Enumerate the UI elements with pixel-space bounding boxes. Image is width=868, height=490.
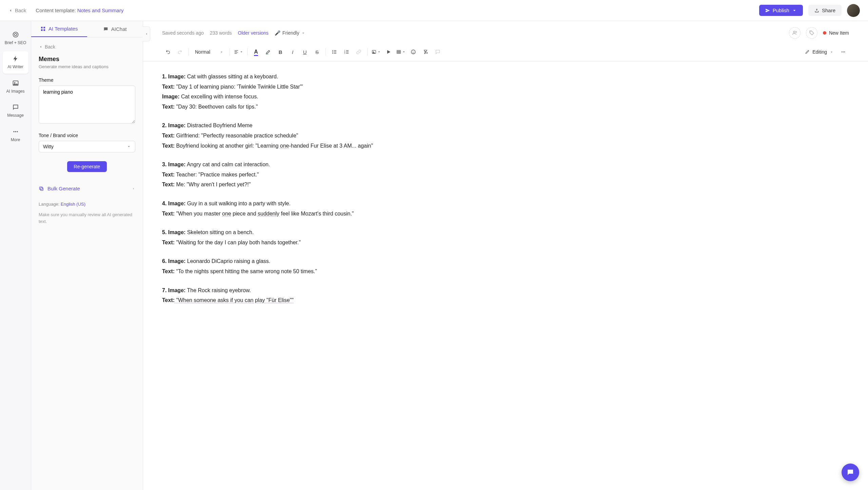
main-layout: Brief + SEO AI Writer AI Images Message … bbox=[0, 21, 868, 490]
insert-video-button[interactable] bbox=[383, 46, 394, 58]
svg-point-4 bbox=[13, 131, 14, 132]
table-icon bbox=[396, 50, 401, 54]
svg-rect-7 bbox=[41, 27, 43, 29]
undo-icon bbox=[165, 49, 171, 55]
svg-point-18 bbox=[332, 53, 333, 54]
document-scroll[interactable]: 1. Image: Cat with glasses sitting at a … bbox=[143, 61, 868, 490]
content-template: Content template: Notes and Summary bbox=[36, 7, 123, 13]
insert-table-button[interactable] bbox=[395, 50, 407, 54]
label: 3. Image: bbox=[162, 162, 185, 167]
avatar[interactable] bbox=[847, 4, 860, 17]
document-content[interactable]: 1. Image: Cat with glasses sitting at a … bbox=[162, 72, 467, 305]
svg-point-13 bbox=[793, 31, 795, 33]
tab-aichat[interactable]: AIChat bbox=[87, 21, 143, 37]
rail-more[interactable]: More bbox=[3, 124, 28, 146]
chat-fab[interactable] bbox=[842, 464, 859, 481]
svg-point-23 bbox=[373, 51, 374, 52]
mode-select[interactable]: Editing bbox=[802, 46, 837, 58]
rail-ai-writer[interactable]: AI Writer bbox=[3, 51, 28, 73]
panel-back-button[interactable]: Back bbox=[39, 44, 135, 50]
text: Distracted Boyfriend Meme bbox=[185, 122, 252, 128]
older-versions-link[interactable]: Older versions bbox=[238, 30, 269, 36]
label: 6. Image: bbox=[162, 258, 185, 264]
text: Boyfriend looking at another girl: "Lear… bbox=[175, 143, 280, 149]
undo-button[interactable] bbox=[162, 46, 174, 58]
chevron-left-icon bbox=[39, 45, 43, 49]
emoji-button[interactable] bbox=[408, 46, 419, 58]
svg-point-30 bbox=[844, 52, 845, 53]
message-icon bbox=[12, 104, 19, 111]
text: Angry cat and calm cat interaction. bbox=[185, 162, 270, 167]
image-icon bbox=[372, 50, 376, 54]
svg-point-25 bbox=[411, 50, 415, 54]
align-left-icon bbox=[234, 50, 239, 54]
tab-chat-label: AIChat bbox=[111, 26, 127, 32]
italic-button[interactable]: I bbox=[287, 46, 298, 58]
label: Text: bbox=[162, 240, 175, 245]
text: Teacher: "Practice makes perfect." bbox=[175, 172, 259, 177]
svg-point-6 bbox=[17, 131, 18, 132]
language-link[interactable]: English (US) bbox=[61, 202, 85, 207]
bullet-list-button[interactable] bbox=[329, 46, 340, 58]
play-icon bbox=[386, 49, 391, 55]
theme-input[interactable] bbox=[39, 86, 135, 124]
bold-button[interactable]: B bbox=[275, 46, 286, 58]
tab-ai-templates[interactable]: AI Templates bbox=[31, 21, 87, 37]
copy-icon bbox=[39, 186, 44, 191]
panel-tabs: AI Templates AIChat bbox=[31, 21, 143, 37]
status-chip[interactable]: New Item bbox=[823, 30, 849, 36]
underline-button[interactable]: U bbox=[299, 46, 311, 58]
tone-chip[interactable]: 🎤 Friendly bbox=[275, 30, 305, 36]
text: "When you master bbox=[175, 211, 222, 216]
bulk-generate-row[interactable]: Bulk Generate bbox=[39, 182, 135, 195]
numbered-list-icon: 123 bbox=[344, 49, 349, 55]
align-select[interactable] bbox=[233, 50, 244, 54]
redo-button[interactable] bbox=[174, 46, 186, 58]
panel-back-label: Back bbox=[45, 44, 55, 50]
label: 5. Image: bbox=[162, 229, 185, 235]
separator bbox=[189, 48, 189, 56]
language-row: Language: English (US) bbox=[39, 202, 135, 207]
add-collaborator-button[interactable] bbox=[789, 27, 801, 39]
header-right: Publish Share bbox=[759, 4, 860, 17]
toolbar: Normal A B I U S 123 bbox=[143, 45, 868, 61]
top-header: Back Content template: Notes and Summary… bbox=[0, 0, 868, 21]
numbered-list-button[interactable]: 123 bbox=[341, 46, 352, 58]
block-style-select[interactable]: Normal bbox=[192, 46, 227, 58]
text: Cat excelling with intense focus. bbox=[180, 94, 258, 99]
label: Text: bbox=[162, 143, 175, 149]
collapse-panel-button[interactable] bbox=[143, 26, 150, 41]
rail-message[interactable]: Message bbox=[3, 100, 28, 122]
chevron-down-icon bbox=[127, 145, 131, 149]
chat-icon bbox=[103, 26, 108, 32]
label: Text: bbox=[162, 133, 175, 138]
bullet-list-icon bbox=[332, 49, 337, 55]
svg-rect-10 bbox=[43, 29, 45, 31]
publish-button[interactable]: Publish bbox=[759, 5, 803, 16]
publish-label: Publish bbox=[773, 7, 789, 13]
comment-button[interactable] bbox=[432, 46, 443, 58]
regenerate-button[interactable]: Re-generate bbox=[67, 161, 107, 172]
highlight-button[interactable] bbox=[262, 46, 274, 58]
label: Text: bbox=[162, 104, 175, 110]
insert-image-button[interactable] bbox=[370, 50, 382, 54]
add-tag-button[interactable] bbox=[806, 27, 817, 39]
back-button[interactable]: Back bbox=[8, 7, 26, 13]
share-button[interactable]: Share bbox=[808, 5, 842, 16]
tone-select[interactable]: Witty bbox=[39, 141, 135, 152]
label: 4. Image: bbox=[162, 201, 185, 206]
italic-icon: I bbox=[292, 49, 293, 55]
rail-ai-images[interactable]: AI Images bbox=[3, 76, 28, 98]
chevron-down-icon bbox=[240, 50, 243, 54]
clear-format-button[interactable] bbox=[420, 46, 431, 58]
more-tools-button[interactable] bbox=[837, 46, 849, 58]
strikethrough-button[interactable]: S bbox=[311, 46, 323, 58]
rail-brief-seo[interactable]: Brief + SEO bbox=[3, 27, 28, 49]
template-name-link[interactable]: Notes and Summary bbox=[77, 7, 124, 13]
bulk-label: Bulk Generate bbox=[47, 186, 80, 191]
separator bbox=[367, 48, 368, 56]
svg-point-16 bbox=[332, 50, 333, 51]
link-button[interactable] bbox=[353, 46, 364, 58]
side-panel: AI Templates AIChat Back Memes Generate … bbox=[31, 21, 143, 490]
text-color-button[interactable]: A bbox=[250, 46, 262, 58]
